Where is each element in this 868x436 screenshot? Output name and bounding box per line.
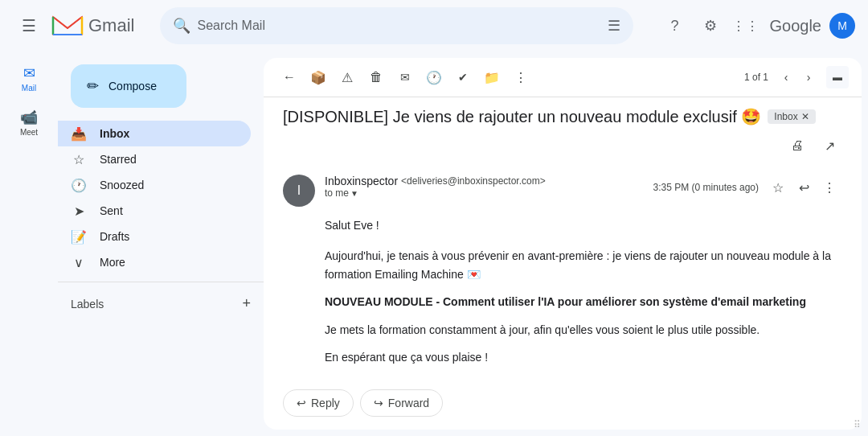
search-input-wrap[interactable]: 🔍 ☰ — [160, 7, 633, 44]
drafts-icon: 📝 — [71, 229, 87, 245]
settings-button[interactable]: ⚙ — [694, 10, 727, 42]
add-to-tasks-icon: ✔ — [458, 71, 468, 84]
archive-icon: 📦 — [310, 70, 326, 85]
email-actions: ☆ ↩ ⋮ — [765, 175, 842, 200]
reply-arrow-icon: ↩ — [297, 397, 306, 409]
snooze-button[interactable]: 🕐 — [421, 64, 447, 90]
move-button[interactable]: 📁 — [479, 64, 505, 90]
sidebar-item-drafts[interactable]: 📝 Drafts — [58, 224, 251, 249]
add-to-tasks-button[interactable]: ✔ — [450, 64, 476, 90]
help-button[interactable]: ? — [659, 10, 691, 42]
print-icon: 🖨 — [791, 138, 804, 153]
view-toggle-icon: ▬ — [833, 72, 842, 83]
apps-button[interactable]: ⋮⋮ — [730, 10, 762, 42]
rail-item-meet[interactable]: 📹 Meet — [14, 102, 44, 143]
snoozed-icon: 🕐 — [71, 178, 87, 193]
main-layout: ✉ Mail 📹 Meet ✏ Compose 📥 Inbox ☆ Starre… — [0, 51, 868, 436]
to-me-text: to me — [325, 187, 349, 199]
avatar[interactable]: M — [829, 13, 855, 39]
report-spam-button[interactable]: ⚠ — [334, 64, 360, 90]
email-timestamp: 3:35 PM (0 minutes ago) — [653, 182, 759, 193]
email-subject: [DISPONIBLE] Je viens de rajouter un nou… — [283, 107, 761, 126]
forward-button[interactable]: ↪ Forward — [360, 389, 443, 417]
sender-email: <deliveries@inboxinspector.com> — [401, 175, 546, 187]
icon-rail: ✉ Mail 📹 Meet — [0, 51, 58, 436]
sidebar-item-snoozed[interactable]: 🕐 Snoozed — [58, 172, 251, 198]
pager-prev-button[interactable]: ‹ — [775, 66, 797, 88]
email-message-area: I Inboxinspector <deliveries@inboxinspec… — [264, 165, 862, 376]
pager-prev-icon: ‹ — [784, 71, 788, 84]
drafts-label: Drafts — [100, 230, 129, 243]
rail-item-mail[interactable]: ✉ Mail — [15, 58, 43, 99]
sender-info: Inboxinspector <deliveries@inboxinspecto… — [325, 175, 644, 199]
gmail-logo-text: Gmail — [88, 15, 134, 36]
star-icon: ☆ — [772, 180, 784, 195]
compose-icon: ✏ — [87, 77, 99, 95]
open-new-window-button[interactable]: ↗ — [817, 133, 842, 158]
more-label: More — [100, 256, 125, 269]
gmail-logo: Gmail — [51, 14, 134, 38]
delete-icon: 🗑 — [370, 70, 383, 84]
back-icon: ← — [283, 70, 296, 84]
email-toolbar: ← 📦 ⚠ 🗑 ✉ 🕐 ✔ — [264, 58, 862, 97]
google-logo-text: Google — [770, 17, 822, 35]
reply-bar: ↩ Reply ↪ Forward — [264, 376, 862, 430]
archive-button[interactable]: 📦 — [305, 64, 331, 90]
to-me[interactable]: to me ▼ — [325, 187, 644, 199]
email-view: ← 📦 ⚠ 🗑 ✉ 🕐 ✔ — [264, 58, 862, 430]
compose-button[interactable]: ✏ Compose — [71, 64, 186, 108]
resize-handle[interactable]: ⠿ — [852, 420, 862, 430]
search-icon: 🔍 — [173, 17, 190, 35]
labels-title: Labels — [71, 298, 104, 311]
topbar: ☰ Gmail 🔍 ☰ ? ⚙ ⋮⋮ Google — [0, 0, 868, 51]
toolbar-right: 1 of 1 ‹ › ▬ — [744, 66, 849, 88]
sidebar-item-inbox[interactable]: 📥 Inbox — [58, 121, 251, 146]
snoozed-label: Snoozed — [100, 179, 144, 191]
back-button[interactable]: ← — [276, 64, 302, 90]
email-more-button[interactable]: ⋮ — [817, 175, 842, 200]
gmail-logo-svg — [51, 14, 84, 38]
snooze-icon: 🕐 — [426, 70, 442, 85]
reply-label: Reply — [311, 397, 340, 409]
move-icon: 📁 — [484, 70, 500, 85]
report-spam-icon: ⚠ — [342, 70, 353, 85]
email-header-row: I Inboxinspector <deliveries@inboxinspec… — [283, 165, 842, 216]
search-options-icon[interactable]: ☰ — [608, 17, 620, 35]
forward-label: Forward — [388, 397, 429, 409]
sidebar-divider — [58, 282, 264, 282]
search-input[interactable] — [197, 19, 600, 33]
email-bold-section: NOUVEAU MODULE - Comment utiliser l'IA p… — [325, 293, 842, 311]
hamburger-button[interactable]: ☰ — [13, 10, 45, 42]
inbox-badge-close[interactable]: ✕ — [801, 111, 809, 122]
forward-arrow-icon: ↪ — [374, 397, 383, 409]
email-greeting: Salut Eve ! — [325, 216, 842, 234]
pager-text: 1 of 1 — [744, 72, 768, 83]
email-subject-bar: [DISPONIBLE] Je viens de rajouter un nou… — [264, 97, 862, 165]
pager-next-button[interactable]: › — [797, 66, 820, 88]
star-button[interactable]: ☆ — [765, 175, 791, 200]
sender-initial: I — [297, 183, 301, 198]
print-button[interactable]: 🖨 — [784, 133, 810, 158]
sidebar-item-sent[interactable]: ➤ Sent — [58, 198, 251, 224]
email-more-icon: ⋮ — [823, 180, 836, 195]
toolbar-more-button[interactable]: ⋮ — [508, 64, 534, 90]
sent-label: Sent — [100, 204, 123, 217]
delete-button[interactable]: 🗑 — [363, 64, 389, 90]
email-body: Salut Eve ! Aujourd'hui, je tenais à vou… — [283, 216, 842, 376]
starred-label: Starred — [100, 153, 137, 166]
view-toggle-button[interactable]: ▬ — [826, 66, 849, 88]
compose-label: Compose — [108, 80, 157, 93]
rail-label-mail: Mail — [22, 84, 36, 93]
rail-label-meet: Meet — [20, 128, 38, 137]
labels-add-button[interactable]: + — [242, 295, 251, 312]
mail-icon: ✉ — [23, 64, 35, 82]
reply-all-icon: ↩ — [799, 180, 809, 195]
mark-unread-button[interactable]: ✉ — [392, 64, 418, 90]
sidebar-item-starred[interactable]: ☆ Starred — [58, 146, 251, 172]
reply-button[interactable]: ↩ Reply — [283, 389, 354, 417]
pager-next-icon: › — [807, 71, 811, 84]
email-time: 3:35 PM (0 minutes ago) ☆ ↩ ⋮ — [653, 175, 842, 200]
toolbar-left-buttons: ← 📦 ⚠ 🗑 ✉ 🕐 ✔ — [276, 64, 534, 90]
reply-all-button[interactable]: ↩ — [791, 175, 817, 200]
sidebar-item-more[interactable]: ∨ More — [58, 249, 251, 275]
